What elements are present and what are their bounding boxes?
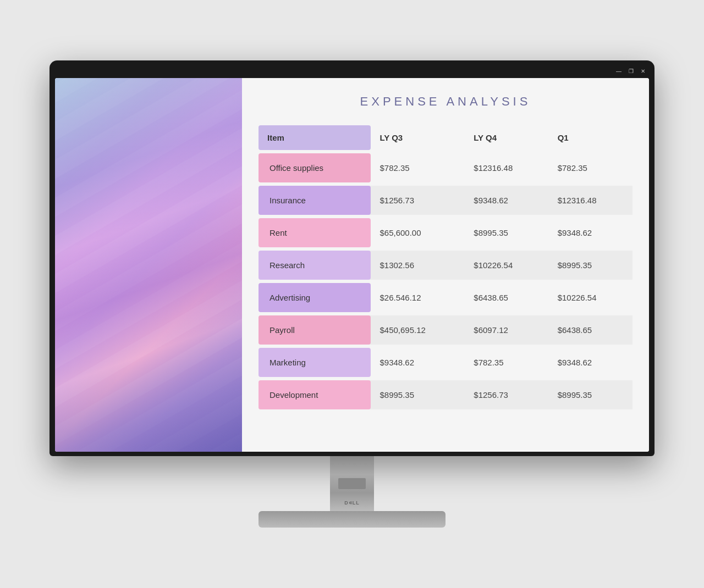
table-row: Advertising$26.546.12$6438.65$10226.54 <box>258 283 632 312</box>
table-cell-lyq3: $1302.56 <box>371 251 465 280</box>
table-cell-lyq3: $450,695.12 <box>371 315 465 345</box>
page-title: EXPENSE ANALYSIS <box>258 95 632 109</box>
table-cell-lyq3: $782.35 <box>371 153 465 182</box>
table-cell-q1: $9348.62 <box>549 348 632 377</box>
table-cell-lyq4: $8995.35 <box>465 218 548 247</box>
table-row: Marketing$9348.62$782.35$9348.62 <box>258 348 632 377</box>
table-cell-q1: $782.35 <box>549 153 632 182</box>
table-cell-lyq3: $26.546.12 <box>371 283 465 312</box>
table-cell-item: Research <box>258 251 371 280</box>
table-cell-item: Insurance <box>258 186 371 215</box>
close-button[interactable]: ✕ <box>639 67 647 75</box>
expense-table: Item LY Q3 LY Q4 Q1 Office supplies$782.… <box>258 122 632 413</box>
monitor-screen: EXPENSE ANALYSIS Item LY Q3 LY Q4 Q1 Off… <box>55 78 649 452</box>
table-cell-lyq3: $8995.35 <box>371 380 465 409</box>
table-cell-lyq3: $65,600.00 <box>371 218 465 247</box>
table-cell-item: Rent <box>258 218 371 247</box>
col-header-q1: Q1 <box>549 125 632 150</box>
table-cell-lyq4: $10226.54 <box>465 251 548 280</box>
content-panel: EXPENSE ANALYSIS Item LY Q3 LY Q4 Q1 Off… <box>242 78 649 452</box>
item-label: Development <box>258 380 371 409</box>
decorative-panel <box>55 78 242 452</box>
item-label: Advertising <box>258 283 371 312</box>
decorative-overlay <box>55 78 242 452</box>
table-cell-lyq4: $1256.73 <box>465 380 548 409</box>
table-cell-lyq3: $1256.73 <box>371 186 465 215</box>
table-row: Office supplies$782.35$12316.48$782.35 <box>258 153 632 182</box>
item-label: Payroll <box>258 315 371 345</box>
table-cell-q1: $8995.35 <box>549 251 632 280</box>
maximize-button[interactable]: ❐ <box>627 67 635 75</box>
minimize-button[interactable]: — <box>615 67 623 75</box>
table-cell-q1: $10226.54 <box>549 283 632 312</box>
table-row: Payroll$450,695.12$6097.12$6438.65 <box>258 315 632 345</box>
table-header-row: Item LY Q3 LY Q4 Q1 <box>258 125 632 150</box>
table-row: Insurance$1256.73$9348.62$12316.48 <box>258 186 632 215</box>
table-cell-item: Payroll <box>258 315 371 345</box>
monitor-base <box>258 511 446 528</box>
table-row: Research$1302.56$10226.54$8995.35 <box>258 251 632 280</box>
table-cell-item: Advertising <box>258 283 371 312</box>
item-label: Research <box>258 251 371 280</box>
monitor-frame: — ❐ ✕ EXPENSE ANALYSIS Item LY Q3 LY Q4 <box>50 60 654 456</box>
monitor-neck: D∊LL <box>330 456 374 511</box>
col-header-lyq4: LY Q4 <box>465 125 548 150</box>
table-cell-lyq3: $9348.62 <box>371 348 465 377</box>
col-header-lyq3: LY Q3 <box>371 125 465 150</box>
title-bar: — ❐ ✕ <box>55 66 649 78</box>
table-cell-item: Marketing <box>258 348 371 377</box>
monitor-wrapper: — ❐ ✕ EXPENSE ANALYSIS Item LY Q3 LY Q4 <box>50 60 654 528</box>
table-cell-lyq4: $9348.62 <box>465 186 548 215</box>
table-cell-q1: $6438.65 <box>549 315 632 345</box>
table-cell-q1: $12316.48 <box>549 186 632 215</box>
table-cell-lyq4: $6097.12 <box>465 315 548 345</box>
table-row: Rent$65,600.00$8995.35$9348.62 <box>258 218 632 247</box>
item-label: Rent <box>258 218 371 247</box>
table-cell-item: Development <box>258 380 371 409</box>
item-label: Marketing <box>258 348 371 377</box>
table-cell-lyq4: $12316.48 <box>465 153 548 182</box>
brand-label: D∊LL <box>344 500 360 506</box>
table-row: Development$8995.35$1256.73$8995.35 <box>258 380 632 409</box>
col-header-item: Item <box>258 125 371 150</box>
item-label: Insurance <box>258 186 371 215</box>
item-label: Office supplies <box>258 153 371 182</box>
table-cell-q1: $9348.62 <box>549 218 632 247</box>
table-cell-lyq4: $6438.65 <box>465 283 548 312</box>
table-cell-item: Office supplies <box>258 153 371 182</box>
table-cell-lyq4: $782.35 <box>465 348 548 377</box>
table-cell-q1: $8995.35 <box>549 380 632 409</box>
